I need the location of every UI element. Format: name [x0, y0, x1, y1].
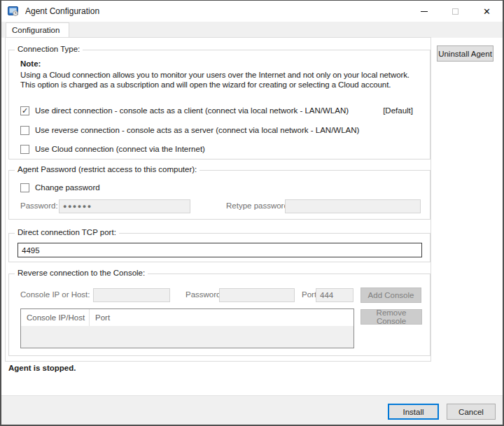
console-port-field	[316, 288, 354, 302]
close-button[interactable]: ✕	[471, 1, 503, 22]
password-label: Password:	[20, 201, 58, 210]
agent-password-group: Agent Password (restrict access to this …	[8, 170, 430, 220]
change-password-checkbox[interactable]	[20, 183, 29, 192]
reverse-connection-legend: Reverse connection to the Console:	[15, 269, 148, 277]
reverse-connection-group: Reverse connection to the Console: Conso…	[8, 274, 430, 356]
connection-type-group: Connection Type: Note: Using a Cloud con…	[8, 50, 430, 159]
tab-strip	[1, 22, 503, 38]
console-password-label: Password:	[186, 290, 223, 299]
console-list: Console IP/Host Port	[20, 308, 354, 348]
install-button[interactable]: Install	[388, 404, 439, 420]
tcp-port-legend: Direct connection TCP port:	[15, 228, 119, 236]
add-console-button: Add Console	[360, 287, 421, 303]
remove-console-button: Remove Console	[360, 309, 422, 325]
connection-type-legend: Connection Type:	[15, 45, 83, 53]
password-field	[59, 199, 190, 213]
retype-password-field	[285, 199, 421, 213]
tcp-port-input[interactable]	[18, 243, 422, 257]
direct-connection-option: ✓ Use direct connection - console acts a…	[20, 106, 349, 115]
retype-password-label: Retype password:	[226, 201, 290, 210]
cloud-connection-label: Use Cloud connection (connect via the In…	[35, 145, 205, 153]
tcp-port-group: Direct connection TCP port:	[8, 233, 430, 262]
reverse-connection-checkbox[interactable]	[20, 126, 29, 135]
console-host-field	[93, 288, 170, 302]
direct-connection-checkbox[interactable]: ✓	[20, 106, 29, 115]
note-label: Note:	[20, 59, 41, 68]
window-title: Agent Configuration	[25, 6, 99, 16]
checkmark-icon: ✓	[22, 107, 28, 115]
cloud-connection-checkbox[interactable]	[20, 145, 29, 154]
console-password-field	[219, 288, 295, 302]
agent-configuration-window: Agent Configuration ✕ Configuration Unin…	[0, 0, 504, 426]
caption-buttons: ✕	[408, 1, 503, 22]
reverse-connection-label: Use reverse connection - console acts as…	[35, 126, 359, 134]
cloud-connection-option: Use Cloud connection (connect via the In…	[20, 144, 205, 154]
close-icon: ✕	[483, 7, 491, 16]
uninstall-agent-button[interactable]: Uninstall Agent	[437, 45, 493, 62]
cancel-button[interactable]: Cancel	[447, 404, 496, 420]
minimize-icon	[421, 11, 428, 12]
app-icon	[8, 6, 19, 17]
column-header-port: Port	[90, 309, 354, 326]
console-list-header: Console IP/Host Port	[21, 309, 354, 326]
change-password-option: Change password	[20, 183, 100, 192]
agent-password-legend: Agent Password (restrict access to this …	[15, 165, 200, 173]
column-header-host: Console IP/Host	[21, 309, 90, 326]
console-host-label: Console IP or Host:	[20, 290, 90, 299]
maximize-icon	[452, 8, 458, 15]
default-badge: [Default]	[383, 106, 413, 115]
maximize-button	[440, 1, 471, 22]
change-password-label: Change password	[35, 183, 100, 192]
tab-configuration[interactable]: Configuration	[6, 22, 69, 38]
agent-status-text: Agent is stopped.	[8, 364, 76, 372]
reverse-connection-option: Use reverse connection - console acts as…	[20, 125, 359, 135]
note-text: Using a Cloud connection allows you to m…	[20, 70, 426, 90]
direct-connection-label: Use direct connection - console acts as …	[35, 106, 349, 115]
minimize-button[interactable]	[408, 1, 440, 22]
